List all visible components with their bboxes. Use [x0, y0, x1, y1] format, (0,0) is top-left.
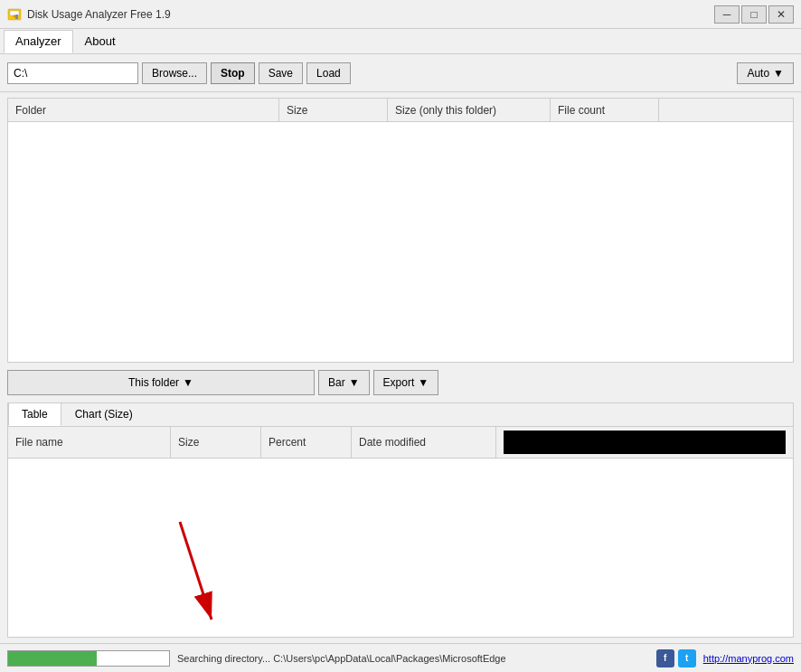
export-button[interactable]: Export ▼: [373, 370, 439, 395]
auto-button[interactable]: Auto ▼: [737, 62, 794, 84]
maximize-button[interactable]: □: [741, 5, 767, 24]
toolbar: Browse... Stop Save Load Auto ▼: [0, 54, 801, 92]
social-icons: f t: [656, 649, 696, 667]
extra-col-header: [659, 99, 793, 121]
date-col-header: Date modified: [352, 427, 496, 458]
title-bar: Disk Usage Analyzer Free 1.9 ─ □ ✕: [0, 0, 801, 29]
path-input[interactable]: [7, 62, 138, 84]
load-button[interactable]: Load: [306, 62, 351, 84]
window-title: Disk Usage Analyzer Free 1.9: [27, 8, 171, 21]
twitter-icon[interactable]: t: [678, 649, 696, 667]
status-text: Searching directory... C:\Users\pc\AppDa…: [177, 653, 649, 664]
file-table-body: [8, 459, 793, 637]
svg-line-5: [180, 522, 212, 620]
chevron-down-icon: ▼: [773, 67, 784, 80]
arrow-indicator: [153, 513, 234, 630]
size-col-header: Size: [279, 99, 388, 121]
menu-bar: Analyzer About: [0, 29, 801, 54]
tab-table[interactable]: Table: [8, 402, 61, 426]
main-content: Folder Size Size (only this folder) File…: [0, 92, 801, 643]
chevron-down-icon: ▼: [418, 376, 429, 389]
facebook-icon[interactable]: f: [656, 649, 674, 667]
title-controls: ─ □ ✕: [714, 5, 794, 24]
view-controls: This folder ▼ Bar ▼ Export ▼: [7, 368, 794, 397]
folder-table-body: [8, 122, 793, 362]
tab-chart-size[interactable]: Chart (Size): [61, 402, 146, 426]
filesize-col-header: Size: [171, 427, 261, 458]
chevron-down-icon: ▼: [349, 376, 360, 389]
progress-bar-fill: [8, 651, 97, 666]
save-button[interactable]: Save: [259, 62, 303, 84]
bar-button[interactable]: Bar ▼: [318, 370, 370, 395]
folder-table-header: Folder Size Size (only this folder) File…: [8, 99, 793, 122]
bottom-section: Table Chart (Size) File name Size Percen…: [7, 402, 794, 638]
status-right: f t http://manyprog.com: [656, 649, 794, 667]
tab-analyzer[interactable]: Analyzer: [4, 30, 73, 53]
stop-button[interactable]: Stop: [211, 62, 255, 84]
filename-col-header: File name: [8, 427, 171, 458]
percent-col-header: Percent: [261, 427, 352, 458]
minimize-button[interactable]: ─: [714, 5, 740, 24]
chevron-down-icon: ▼: [183, 376, 193, 389]
tab-about[interactable]: About: [73, 30, 127, 53]
file-count-col-header: File count: [551, 99, 659, 121]
folder-col-header: Folder: [8, 99, 279, 121]
status-bar: Searching directory... C:\Users\pc\AppDa…: [0, 643, 801, 672]
this-folder-button[interactable]: This folder ▼: [7, 370, 315, 395]
close-button[interactable]: ✕: [768, 5, 794, 24]
svg-point-3: [14, 14, 16, 17]
black-header-box: [504, 431, 786, 454]
black-header-col: [496, 427, 793, 458]
svg-rect-2: [15, 14, 18, 19]
file-table-header: File name Size Percent Date modified: [8, 427, 793, 459]
title-bar-left: Disk Usage Analyzer Free 1.9: [7, 7, 171, 22]
folder-table: Folder Size Size (only this folder) File…: [7, 98, 794, 363]
progress-bar-container: [7, 650, 170, 667]
app-icon: [7, 7, 22, 22]
website-url[interactable]: http://manyprog.com: [703, 653, 794, 664]
bottom-tabs: Table Chart (Size): [8, 403, 793, 427]
browse-button[interactable]: Browse...: [142, 62, 207, 84]
size-only-col-header: Size (only this folder): [388, 99, 551, 121]
